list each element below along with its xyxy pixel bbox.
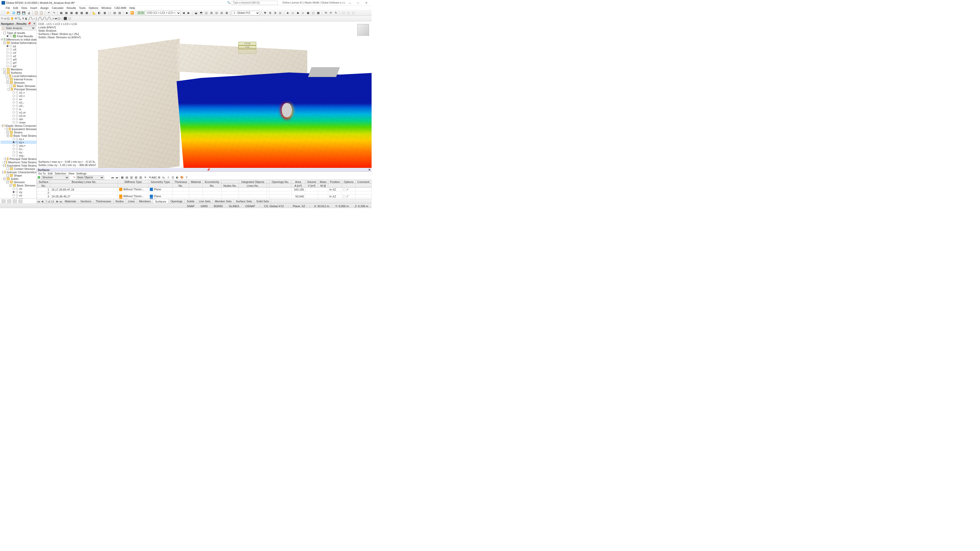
- tree-item[interactable]: -Surfaces: [0, 71, 37, 74]
- line2-button[interactable]: ╲: [31, 17, 33, 20]
- menu-cadbim[interactable]: CAD-BIM: [113, 6, 127, 10]
- menu-file[interactable]: File: [4, 6, 12, 10]
- calc2-button[interactable]: ⏩: [130, 11, 135, 15]
- navigator-header[interactable]: Navigator - Results 📌 ✕: [0, 21, 37, 26]
- table-row[interactable]: 319-26,36-45,27🟧 Without Thickn...🟦 Plan…: [37, 195, 372, 198]
- w1-button[interactable]: ⬚: [341, 11, 345, 15]
- grid5-button[interactable]: ▦: [80, 11, 84, 15]
- grid6-button[interactable]: ▦: [84, 11, 89, 15]
- global-cs-combo[interactable]: 1 - Global XYZ: [232, 11, 260, 15]
- tree-item[interactable]: -Principal Stresses: [0, 87, 37, 91]
- tab-solids[interactable]: Solids: [185, 200, 197, 203]
- tree-item[interactable]: σ1,m: [0, 111, 37, 114]
- m3-button[interactable]: ◫: [57, 17, 60, 20]
- x3-button[interactable]: ⊗: [273, 11, 277, 15]
- tab-last[interactable]: ⏭: [59, 200, 63, 203]
- table-menu-settings[interactable]: Settings: [76, 172, 86, 175]
- v5-button[interactable]: ⊡: [214, 11, 219, 15]
- line5-button[interactable]: ╱: [38, 17, 40, 20]
- tool2-button[interactable]: ◨: [102, 11, 107, 15]
- tree-item[interactable]: φX: [0, 58, 37, 61]
- tree-item[interactable]: σ2,+: [0, 94, 37, 97]
- tree-item[interactable]: uY: [0, 51, 37, 54]
- pin-icon[interactable]: 📌: [27, 22, 31, 25]
- measure-button[interactable]: 📐: [92, 11, 97, 15]
- line10-button[interactable]: ╲: [49, 17, 51, 20]
- m5-button[interactable]: ⬛: [64, 17, 67, 20]
- sel-rect[interactable]: ▭: [4, 17, 6, 20]
- print-button[interactable]: 🖨: [27, 11, 31, 15]
- menu-help[interactable]: Help: [128, 6, 137, 10]
- menu-results[interactable]: Results: [65, 6, 78, 10]
- table-title-bar[interactable]: Surfaces 📌 ✕: [37, 168, 372, 171]
- tree-item[interactable]: Isotropic Characteristics: [0, 170, 37, 174]
- table-grid-wrap[interactable]: SurfaceBoundary Lines No.Stiffness TypeG…: [37, 180, 372, 199]
- tree-item[interactable]: σx: [0, 187, 37, 190]
- table-menu-edit[interactable]: Edit: [48, 172, 52, 175]
- pan-button[interactable]: ✋: [11, 17, 14, 20]
- tb-h[interactable]: ABC: [152, 176, 156, 179]
- tree-item[interactable]: -Stresses: [0, 180, 37, 184]
- tab-materials[interactable]: Materials: [63, 200, 79, 203]
- calc-button[interactable]: ▶: [125, 11, 129, 15]
- tree-item[interactable]: -Strains: [0, 130, 37, 134]
- tree-item[interactable]: Final Results: [0, 35, 37, 38]
- tb-m[interactable]: ◐: [175, 176, 180, 179]
- rotate-button[interactable]: ⟲: [14, 17, 17, 20]
- line3-button[interactable]: ─: [33, 17, 35, 20]
- status-snap[interactable]: SNAP: [185, 204, 196, 208]
- results-tree[interactable]: -Type of resultsFinal ResultsDifferences…: [0, 30, 37, 198]
- surfaces-table[interactable]: SurfaceBoundary Lines No.Stiffness TypeG…: [37, 180, 372, 199]
- tab-surfaces[interactable]: Surfaces: [153, 199, 169, 203]
- table-pin-icon[interactable]: 📌: [207, 168, 210, 171]
- x4-button[interactable]: ◎: [278, 11, 283, 15]
- tb-c[interactable]: ▥: [129, 176, 134, 179]
- w3-button[interactable]: ⬚: [351, 11, 356, 15]
- tree-item[interactable]: Shape: [0, 174, 37, 177]
- x2-button[interactable]: ⊕: [268, 11, 272, 15]
- tab-member-sets[interactable]: Member Sets: [213, 200, 234, 203]
- tree-item[interactable]: uZ: [0, 54, 37, 58]
- table-row[interactable]: 2: [37, 191, 372, 195]
- tb-nav-last[interactable]: ⏭: [115, 176, 119, 179]
- menu-calculate[interactable]: Calculate: [50, 6, 65, 10]
- block-manager-button[interactable]: 🧊: [11, 11, 16, 15]
- tb-n[interactable]: 🎨: [180, 176, 184, 179]
- table-close-icon[interactable]: ✕: [368, 168, 371, 171]
- tree-item[interactable]: σ1,+: [0, 91, 37, 94]
- menu-view[interactable]: View: [20, 6, 29, 10]
- tree-item[interactable]: +Principal Total Strains: [0, 157, 37, 160]
- tool3-button[interactable]: ⬚: [107, 11, 112, 15]
- tree-item[interactable]: αm: [0, 118, 37, 121]
- tb-help[interactable]: ?: [185, 176, 189, 179]
- m4-button[interactable]: ⬚: [60, 17, 63, 20]
- tree-item[interactable]: Internal Forces: [0, 78, 37, 81]
- save-as-button[interactable]: 💾: [21, 11, 26, 15]
- paste-button[interactable]: 📋: [39, 11, 44, 15]
- cross-button[interactable]: ✕: [22, 17, 24, 20]
- tree-item[interactable]: -Solids: [0, 177, 37, 180]
- y1-button[interactable]: ◈: [285, 11, 290, 15]
- line7-button[interactable]: ╱: [43, 17, 45, 20]
- tree-item[interactable]: +Elastic Stress Components: [0, 124, 37, 127]
- line-button[interactable]: ╱: [29, 17, 30, 20]
- tree-item[interactable]: εy,+: [0, 141, 37, 144]
- line4-button[interactable]: │: [36, 17, 38, 20]
- sel-arrow[interactable]: ↖: [1, 17, 3, 20]
- tree-item[interactable]: σ2,m: [0, 114, 37, 118]
- tree-item[interactable]: σ2,-: [0, 104, 37, 107]
- del-button[interactable]: 🗑: [25, 17, 27, 20]
- y6-button[interactable]: ▢: [311, 11, 315, 15]
- close-panel-icon[interactable]: ✕: [33, 22, 35, 25]
- v3-button[interactable]: ◫: [204, 11, 208, 15]
- tree-item[interactable]: +Equivalent Stresses: [0, 127, 37, 130]
- tb-d[interactable]: ▧: [134, 176, 138, 179]
- tab-solid-sets[interactable]: Solid Sets: [254, 200, 271, 203]
- status-bgrid[interactable]: BGRID: [212, 204, 224, 208]
- menu-window[interactable]: Window: [100, 6, 113, 10]
- tree-item[interactable]: εx,-: [0, 147, 37, 151]
- tab-prev[interactable]: ◀: [40, 200, 44, 203]
- tree-item[interactable]: -Basic Stresses: [0, 184, 37, 187]
- nav-views-icon[interactable]: [13, 200, 17, 203]
- grid-button[interactable]: ▦: [59, 11, 64, 15]
